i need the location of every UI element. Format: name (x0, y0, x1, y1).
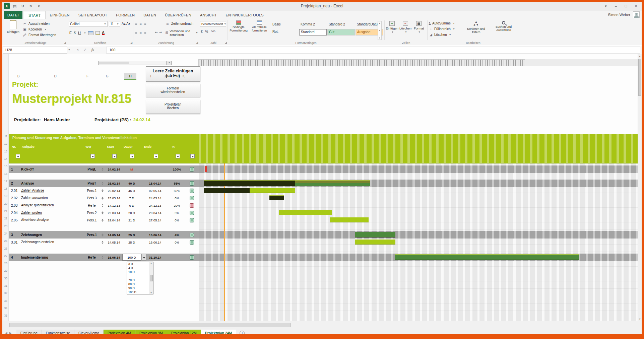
gantt-bar[interactable] (295, 180, 370, 186)
row-spinner[interactable] (100, 254, 105, 261)
scroll-down-icon[interactable]: ▼ (639, 318, 641, 320)
row-spinner[interactable] (100, 239, 105, 246)
row-number[interactable]: 32 (4, 291, 7, 295)
cell-duration[interactable]: 21 D (123, 216, 140, 224)
tab-ansicht[interactable]: ANSICHT (196, 11, 221, 19)
bold-button[interactable]: F (69, 31, 72, 35)
cell-duration[interactable]: 46 D (123, 187, 140, 194)
italic-button[interactable]: K (74, 31, 76, 35)
timeline-scrollbar-end[interactable]: ▾ (167, 61, 172, 65)
gantt-bar[interactable] (269, 195, 284, 200)
duration-combobox[interactable]: 100 D (122, 254, 141, 261)
clear-plan-button[interactable]: Projektplanlöschen (146, 100, 200, 114)
filter-dropdown-icon[interactable] (90, 154, 95, 158)
font-color-icon[interactable]: A (102, 31, 105, 35)
cancel-entry-icon[interactable]: × (77, 48, 79, 52)
format-painter-button[interactable]: 🖉Format übertragen (22, 32, 56, 38)
cell-percent[interactable]: 100% (170, 165, 184, 173)
cell-start[interactable]: 24.02.14 (106, 165, 122, 173)
row-number[interactable]: 17 (4, 180, 7, 183)
copy-button[interactable]: ▣Kopieren▼ (22, 26, 56, 32)
table-row[interactable]: 2.01Zahlen AnalysePers.125.02.1446 D02.0… (9, 187, 638, 194)
column-header-F[interactable]: F (81, 73, 93, 80)
confirm-entry-icon[interactable]: ✓ (83, 48, 86, 52)
cell-style[interactable]: Basis (271, 22, 299, 28)
cell-start[interactable]: 25.02.14 (106, 180, 122, 187)
grow-shrink-font[interactable]: A▴ A▾ (122, 22, 130, 25)
format-as-table-button[interactable]: Als Tabelle formatieren (250, 20, 269, 32)
cell-duration[interactable]: 6 D (123, 202, 140, 209)
tab-start[interactable]: START (24, 11, 46, 19)
restore-button[interactable]: □ (622, 3, 630, 9)
row-number[interactable]: 19 (4, 194, 7, 198)
timeline-scrollbar[interactable]: ▾ (98, 61, 167, 65)
column-header-H[interactable]: H (124, 73, 136, 80)
row-number[interactable]: 13 (4, 150, 7, 153)
fill-button[interactable]: ↓Füllbereich▼ (429, 26, 455, 32)
borders-icon[interactable] (88, 31, 93, 35)
cell-duration[interactable]: 25 D (123, 231, 140, 239)
row-number[interactable]: 24 (4, 232, 7, 235)
cell-start[interactable]: 25.02.14 (106, 187, 122, 194)
cell-duration[interactable]: 40 D (123, 180, 140, 187)
sort-filter-button[interactable]: AZ ▼ Sortieren und Filtern (464, 21, 488, 34)
paste-button[interactable]: Einfügen (6, 20, 20, 33)
cell-start[interactable]: 22.03.14 (106, 209, 122, 216)
row-number[interactable]: 35 (4, 314, 7, 317)
scroll-up-icon[interactable]: ▲ (639, 55, 641, 57)
align-bottom-icons[interactable]: ≡ ≡ ≡ (135, 30, 147, 35)
name-box[interactable]: H28 (3, 47, 67, 54)
table-row[interactable]: 1Kick-offProjL24.02.14M100% (9, 165, 638, 173)
clear-button[interactable]: ◢Löschen▼ (429, 32, 455, 38)
dropdown-scrollbar[interactable]: ▲▼ (149, 262, 153, 294)
currency-format-button[interactable]: € (201, 30, 203, 33)
cell-style[interactable]: Gut (327, 29, 355, 36)
align-top-icons[interactable]: ≡ ≡ ≡ (135, 22, 147, 26)
table-row[interactable]: 3.01Zeichnungen erstellen14.05.1425 D16.… (9, 239, 638, 246)
font-size-select[interactable]: 11▼ (109, 21, 120, 27)
conditional-formatting-button[interactable]: Bedingte Formatierung (229, 20, 248, 32)
gantt-bar[interactable] (250, 188, 295, 193)
cell-percent[interactable]: 0% (170, 216, 184, 224)
autosum-button[interactable]: ΣAutoSumme▼ (429, 20, 455, 26)
find-select-button[interactable]: Suchen und Auswählen (491, 21, 516, 32)
cell-style[interactable]: Standard 2 (327, 22, 355, 28)
tab-formeln[interactable]: FORMELN (112, 11, 139, 19)
table-row[interactable]: 2.05Abschluss AnalysePers.129.04.1421 D2… (9, 216, 638, 224)
indent-icons[interactable]: ⇤ ⇥ (155, 30, 162, 34)
column-header-I[interactable]: I (145, 73, 157, 80)
row-number[interactable]: 26 (4, 247, 7, 250)
duration-combobox-arrow[interactable] (141, 254, 146, 261)
row-number[interactable]: 20 (4, 202, 7, 205)
cell-start[interactable]: 16.06.14 (106, 254, 122, 261)
filter-dropdown-icon[interactable] (176, 154, 180, 158)
filter-dropdown-icon[interactable] (130, 154, 134, 158)
table-row[interactable]: 4ImplementierungReTe16.06.14100 D31.10.1… (9, 254, 638, 261)
timeline-scrollbar-thumb[interactable] (99, 62, 129, 64)
row-number[interactable]: 31 (4, 284, 7, 287)
milestone-marker[interactable] (205, 166, 207, 172)
table-row[interactable]: 2.03Analyse quantifizierenReTe17.12.136 … (9, 202, 638, 209)
cut-button[interactable]: ✂Ausschneiden (22, 21, 56, 26)
tab-daten[interactable]: DATEN (139, 11, 160, 19)
name-box-arrow-icon[interactable]: ▼ (68, 49, 70, 51)
cell-duration[interactable]: 28 D (123, 209, 140, 216)
cell-duration[interactable]: 25 D (123, 239, 140, 246)
row-number[interactable]: 25 (4, 239, 7, 243)
wrap-text-button[interactable]: ≣Zeilenumbruch (165, 21, 193, 26)
account-area[interactable]: Simon Weber (608, 11, 640, 18)
cell-start[interactable]: 15.03.14 (106, 194, 122, 202)
row-number[interactable]: 27 (4, 254, 7, 258)
cell-percent[interactable]: 0% (170, 194, 184, 202)
restore-formulas-button[interactable]: Formelnwiederherstellen (146, 84, 200, 97)
cell-percent[interactable]: 20% (170, 202, 184, 209)
row-number[interactable]: 29 (4, 269, 7, 272)
gantt-bar[interactable] (330, 217, 369, 222)
cell-percent[interactable]: 50% (170, 187, 184, 194)
minimize-button[interactable]: – (611, 3, 620, 9)
ribbon-options-button[interactable]: ▾ (601, 3, 610, 9)
close-button[interactable]: × (632, 3, 640, 9)
cell-percent[interactable]: 5% (170, 209, 184, 216)
table-row[interactable]: 2.04Zahlen prüfenPers.222.03.1428 D29.04… (9, 209, 638, 216)
column-header-K[interactable]: K (178, 73, 190, 80)
